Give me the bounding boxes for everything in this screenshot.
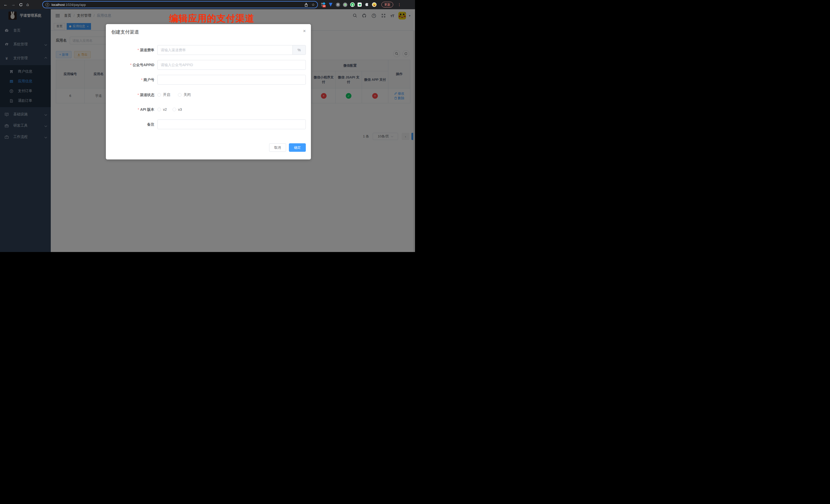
status-field-label: *渠道状态 xyxy=(106,90,154,100)
rate-field-label: *渠道费率 xyxy=(106,45,154,55)
browser-back-icon[interactable]: ← xyxy=(4,2,8,7)
browser-home-icon[interactable]: ⌂ xyxy=(26,2,29,7)
extension-badge: 10 xyxy=(322,5,326,7)
extensions-row: 10 ⌘ y 更新 ⋮ xyxy=(321,0,404,9)
extension-blocks-icon[interactable]: 10 xyxy=(321,2,325,7)
merchant-field-label: *商户号 xyxy=(106,75,154,85)
confirm-button[interactable]: 确定 xyxy=(289,143,306,152)
url-bar[interactable]: i localhost:1024/pay/app ☆ xyxy=(42,1,318,8)
dialog-close-icon[interactable]: × xyxy=(303,28,306,34)
appid-input[interactable] xyxy=(157,60,306,70)
browser-chrome: ← → ⌂ i localhost:1024/pay/app ☆ 10 ⌘ y xyxy=(0,0,415,9)
extension-emoji-icon[interactable] xyxy=(372,2,377,7)
screen: ← → ⌂ i localhost:1024/pay/app ☆ 10 ⌘ y xyxy=(0,0,415,252)
api-version-field-label: *API 版本 xyxy=(106,104,154,114)
merchant-input[interactable] xyxy=(157,75,306,85)
radio-circle-icon xyxy=(178,93,182,97)
browser-forward-icon[interactable]: → xyxy=(11,2,15,7)
radio-circle-icon xyxy=(172,108,176,111)
status-open-radio[interactable]: 开启 xyxy=(157,93,170,97)
required-asterisk: * xyxy=(130,63,131,67)
browser-menu-icon[interactable]: ⋮ xyxy=(397,3,401,7)
dialog-title: 创建支付渠道 xyxy=(111,29,139,35)
extension-kite-icon[interactable] xyxy=(328,2,333,7)
radio-circle-icon xyxy=(157,108,161,111)
required-asterisk: * xyxy=(138,107,139,112)
share-icon[interactable] xyxy=(305,3,308,7)
percent-addon: % xyxy=(292,45,306,55)
web-page: 芋道管理系统 首页 系统管理 ¥ 支付管 xyxy=(0,9,415,252)
annotation-text: 编辑应用的支付渠道 xyxy=(137,12,286,25)
url-text[interactable]: localhost:1024/pay/app xyxy=(52,3,301,7)
cancel-button[interactable]: 取消 xyxy=(269,143,286,152)
api-v2-radio[interactable]: v2 xyxy=(157,107,167,112)
api-v3-radio[interactable]: v3 xyxy=(172,107,182,112)
rate-input[interactable] xyxy=(157,45,292,55)
remark-field-label: 备注 xyxy=(106,120,154,129)
browser-reload-icon[interactable] xyxy=(19,3,23,7)
remark-input[interactable] xyxy=(157,120,306,129)
appid-field-label: *公众号APPID xyxy=(106,60,154,70)
extension-command-icon[interactable]: ⌘ xyxy=(336,3,340,7)
extension-chat-icon[interactable] xyxy=(358,3,362,7)
extension-y-icon[interactable]: y xyxy=(350,2,355,7)
radio-circle-icon xyxy=(157,93,161,97)
required-asterisk: * xyxy=(138,93,139,97)
required-asterisk: * xyxy=(138,48,139,52)
create-channel-dialog: 创建支付渠道 × *渠道费率 % *公众号APPID *商户号 xyxy=(106,24,311,159)
required-asterisk: * xyxy=(141,78,142,82)
bookmark-star-icon[interactable]: ☆ xyxy=(312,3,315,7)
extension-dot-icon[interactable] xyxy=(343,3,347,7)
browser-update-button[interactable]: 更新 xyxy=(381,2,393,7)
extensions-puzzle-icon[interactable] xyxy=(364,2,369,7)
site-info-icon[interactable]: i xyxy=(45,3,49,7)
status-closed-radio[interactable]: 关闭 xyxy=(178,93,191,97)
